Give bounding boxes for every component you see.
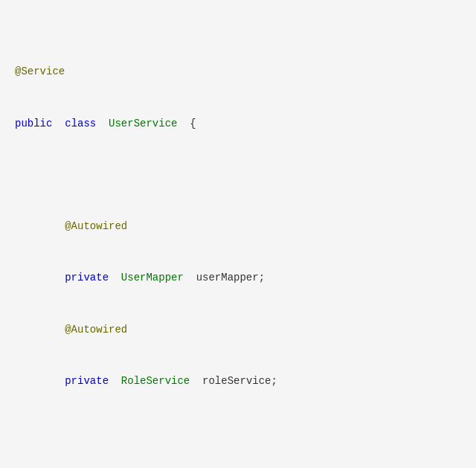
line-3 bbox=[15, 167, 461, 184]
line-6: @Autowired bbox=[15, 321, 461, 339]
keyword-private-1: private bbox=[65, 272, 109, 283]
annotation-service-1: @Service bbox=[15, 65, 65, 77]
keyword-private-2: private bbox=[65, 375, 109, 387]
line-7: private RoleService roleService; bbox=[15, 373, 461, 390]
annotation-autowired-2: @Autowired bbox=[65, 324, 127, 336]
line-4: @Autowired bbox=[15, 218, 461, 235]
keyword-class-1: class bbox=[65, 118, 96, 129]
classname-userservice: UserService bbox=[109, 118, 177, 129]
line-8 bbox=[15, 424, 461, 441]
line-1: @Service bbox=[15, 63, 461, 80]
annotation-autowired-1: @Autowired bbox=[65, 220, 127, 232]
keyword-public-1: public bbox=[15, 118, 52, 129]
type-roleservice: RoleService bbox=[121, 375, 190, 387]
code-display: @Service public class UserService { @Aut… bbox=[15, 12, 461, 468]
line-2: public class UserService { bbox=[15, 115, 461, 132]
line-5: private UserMapper userMapper; bbox=[15, 269, 461, 286]
type-usermapper: UserMapper bbox=[121, 272, 184, 283]
